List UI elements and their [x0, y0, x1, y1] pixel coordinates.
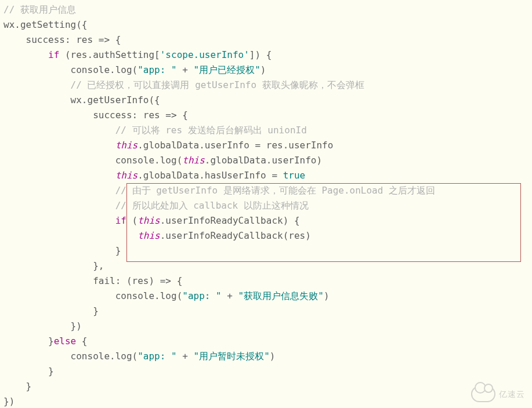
- code-line: success: res => {: [3, 110, 188, 121]
- code-line: // 获取用户信息: [3, 4, 76, 15]
- code-line: }: [3, 366, 54, 377]
- code-line: console.log("app: " + "用户已经授权"): [3, 64, 266, 75]
- code-line: this.userInfoReadyCallback(res): [3, 230, 311, 241]
- code-line: this.globalData.userInfo = res.userInfo: [3, 140, 333, 151]
- code-line: console.log("app: " + "用户暂时未授权"): [3, 351, 275, 362]
- code-line: wx.getUserInfo({: [3, 94, 160, 105]
- code-line: },: [3, 260, 104, 271]
- code-line: console.log(this.globalData.userInfo): [3, 155, 322, 166]
- code-line: // 已经授权，可以直接调用 getUserInfo 获取头像昵称，不会弹框: [3, 79, 364, 90]
- code-line: }: [3, 305, 99, 316]
- code-line: this.globalData.hasUserInfo = true: [3, 170, 305, 181]
- code-line: if (res.authSetting['scope.userInfo']) {: [3, 49, 272, 60]
- code-line: }: [3, 381, 31, 392]
- code-line: }: [3, 245, 121, 256]
- code-line: wx.getSetting({: [3, 19, 88, 30]
- code-line: }else {: [3, 336, 88, 347]
- code-line: if (this.userInfoReadyCallback) {: [3, 215, 300, 226]
- code-line: fail: (res) => {: [3, 275, 182, 286]
- code-block: // 获取用户信息 wx.getSetting({ success: res =…: [0, 0, 532, 408]
- code-line: success: res => {: [3, 34, 121, 45]
- code-line: console.log("app: " + "获取用户信息失败"): [3, 290, 330, 301]
- code-line: }): [3, 320, 82, 332]
- code-line: }): [3, 396, 15, 407]
- code-line: // 可以将 res 发送给后台解码出 unionId: [3, 125, 307, 136]
- code-line: // 所以此处加入 callback 以防止这种情况: [3, 200, 309, 211]
- code-line: // 由于 getUserInfo 是网络请求，可能会在 Page.onLoad…: [3, 185, 435, 196]
